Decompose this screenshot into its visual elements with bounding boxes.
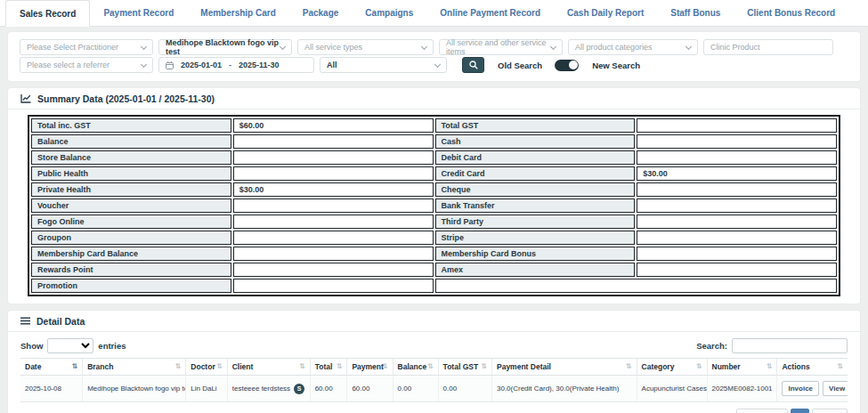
chevron-down-icon [434,61,441,67]
tab-payment-record[interactable]: Payment Record [90,0,187,26]
next-page-button[interactable]: Next [812,409,848,413]
tab-staff-bonus[interactable]: Staff Bonus [657,0,734,26]
summary-value-cell [233,166,434,181]
chevron-down-icon [685,43,692,49]
summary-label-cell: Private Health [31,182,231,197]
column-header-payment-detail[interactable]: ⇅Payment Detail [491,359,637,376]
cell-doctor: Lin DaLi [186,376,227,402]
entries-select[interactable] [47,338,93,353]
summary-value-cell [637,263,837,277]
summary-row: BalanceCash [31,134,837,149]
cell-number: 2025ME0082-1001 [707,376,777,402]
tab-membership-card[interactable]: Membership Card [187,0,288,26]
invoice-button[interactable]: Invoice [782,381,819,396]
cell-payment-detail: 30.0(Credit Card), 30.0(Private Health) [491,376,637,402]
filter-panel: Please Select Practitioner Medihope Blac… [7,31,861,82]
summary-value-cell: $60.00 [233,118,434,133]
table-search-input[interactable] [732,338,848,353]
column-header-client[interactable]: ⇅Client [227,359,310,376]
column-header-branch[interactable]: ⇅Branch [83,359,186,376]
tab-client-bonus-record[interactable]: Client Bonus Record [734,0,848,26]
date-separator: - [229,61,231,69]
tab-online-payment-record[interactable]: Online Payment Record [426,0,554,26]
column-header-total-gst[interactable]: ⇅Total GST [438,359,491,376]
practitioner-select[interactable]: Please Select Practitioner [20,39,153,55]
cell-date: 2025-10-08 [20,376,83,402]
chevron-down-icon [141,43,147,49]
column-header-category[interactable]: ⇅Category [637,359,707,376]
summary-label-cell: Fogo Online [31,215,231,229]
service-types-select[interactable]: All service types [297,39,434,55]
summary-label-cell: Membership Card Balance [31,247,231,261]
tab-cash-daily-report[interactable]: Cash Daily Report [554,0,657,26]
client-name: testeeee terdstess [232,385,290,393]
tab-sales-record[interactable]: Sales Record [5,0,90,27]
summary-label-cell: Store Balance [31,150,231,165]
column-header-payment[interactable]: ⇅Payment [347,359,393,376]
date-range-picker[interactable]: 2025-01-01 - 2025-11-30 [158,57,314,73]
view-button[interactable]: View [823,381,848,396]
tab-package[interactable]: Package [289,0,353,26]
entries-control: Show entries [20,338,126,353]
column-header-date[interactable]: ⇅Date [20,359,83,376]
summary-label-cell: Total inc. GST [31,118,231,133]
cell-category: Acupuncturist Cases [637,376,707,402]
summary-value-cell [233,134,434,149]
sort-icon: ⇅ [481,362,487,370]
search-button[interactable] [462,57,484,73]
search-icon [469,61,478,69]
cell-balance: 0.00 [393,376,438,402]
filter-row-2: Please select a referrer 2025-01-01 - 20… [20,57,848,73]
detail-table: ⇅Date⇅Branch⇅Doctor⇅Client⇅Total⇅Payment… [20,358,848,402]
column-header-doctor[interactable]: ⇅Doctor [186,359,227,376]
sort-icon: ⇅ [626,362,632,370]
summary-label-cell: Credit Card [435,166,636,181]
cell-client: testeeee terdstessS [227,376,310,402]
cell-actions: InvoiceView [777,376,848,402]
summary-value-cell [233,231,434,245]
summary-row: Public HealthCredit Card$30.00 [31,166,837,181]
summary-value-cell: $30.00 [637,166,837,181]
cell-total: 60.00 [310,376,347,402]
branch-select[interactable]: Medihope Blacktown fogo vip test [158,39,292,55]
summary-table: Total inc. GST$60.00Total GSTBalanceCash… [28,115,840,296]
product-categories-select[interactable]: All product categories [568,39,698,55]
cell-payment: 60.00 [347,376,393,402]
clinic-product-input[interactable] [703,39,833,55]
search-label: Search: [696,341,727,351]
summary-label-cell: Debit Card [435,150,636,165]
summary-label-cell: Total GST [435,118,636,133]
summary-label-cell: Rewards Point [31,263,231,277]
referrer-select[interactable]: Please select a referrer [20,57,153,73]
column-header-balance[interactable]: ⇅Balance [393,359,438,376]
filter-row-1: Please Select Practitioner Medihope Blac… [20,39,848,55]
service-items-select[interactable]: All service and other service items [439,39,563,55]
payment-status-value: All [327,61,337,69]
sort-icon: ⇅ [299,362,305,370]
chevron-down-icon [421,43,427,49]
chevron-down-icon [141,61,147,67]
referrer-placeholder: Please select a referrer [27,61,110,69]
chevron-down-icon [550,43,556,49]
practitioner-placeholder: Please Select Practitioner [27,43,118,52]
tab-campaigns[interactable]: Campaigns [352,0,426,26]
previous-page-button[interactable]: Previous [736,409,788,413]
sort-icon: ⇅ [696,362,702,370]
date-from: 2025-01-01 [181,61,222,69]
summary-value-cell [233,247,434,261]
payment-status-select[interactable]: All [320,57,447,73]
summary-row: Fogo OnlineThird Party [31,215,837,229]
page-number-button[interactable]: 1 [791,409,809,413]
column-header-number[interactable]: ⇅Number [707,359,777,376]
column-header-actions[interactable]: ⇅Actions [777,359,848,376]
detail-panel: Detail Data Show entries Search: ⇅Date⇅B… [7,310,861,413]
summary-label-cell: Stripe [435,231,636,245]
column-header-total[interactable]: ⇅Total [310,359,347,376]
toggle-knob [569,61,578,69]
sort-icon: ⇅ [337,362,343,370]
summary-label-cell: Amex [435,263,636,277]
summary-label-cell: Cheque [435,182,636,197]
summary-label-cell: Public Health [31,166,231,181]
summary-label-cell: Groupon [31,231,231,245]
search-mode-toggle[interactable] [555,60,579,71]
